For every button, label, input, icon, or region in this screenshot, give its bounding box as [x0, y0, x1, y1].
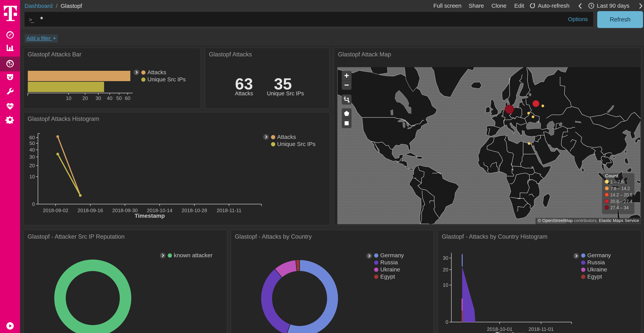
svg-text:© OpenStreetMap contributors,: © OpenStreetMap contributors, Elastic Ma… [538, 218, 639, 223]
svg-text:27.4 – 34: 27.4 – 34 [610, 205, 629, 210]
svg-text:Count: Count [605, 173, 618, 178]
svg-text:14.2 – 20.8: 14.2 – 20.8 [610, 192, 632, 197]
svg-text:7.6 – 14.2: 7.6 – 14.2 [610, 186, 630, 191]
svg-text:1 – 7.6: 1 – 7.6 [610, 179, 624, 184]
svg-text:20.8 – 27.4: 20.8 – 27.4 [610, 199, 632, 204]
